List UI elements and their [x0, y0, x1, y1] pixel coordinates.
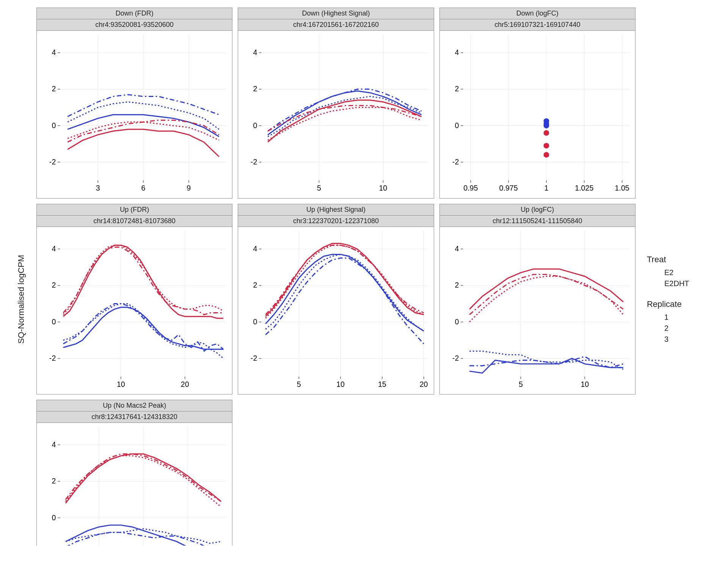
legend: Treat E2 E2DHT Replicate 1 2 3 [641, 8, 717, 546]
svg-text:15: 15 [378, 380, 386, 388]
facet-title: Up (logFC) [440, 204, 635, 216]
svg-text:6: 6 [141, 184, 146, 192]
series-E2-rep1 [268, 91, 422, 135]
panel-up-highest: Up (Highest Signal)chr3:122370201-122371… [238, 204, 434, 395]
svg-text:4: 4 [52, 48, 56, 56]
plot-area: -2024369 [37, 31, 232, 198]
plot-area: -20245101520 [238, 227, 433, 394]
svg-text:-2: -2 [452, 354, 459, 362]
svg-text:10: 10 [336, 380, 345, 388]
facet-title: Up (FDR) [37, 204, 232, 216]
panel-up-nomacs2: Up (No Macs2 Peak)chr8:124317641-1243183… [36, 400, 232, 546]
panel-down-fdr: Down (FDR)chr4:93520081-93520600-2024369 [36, 8, 232, 199]
series-E2DHT-rep2 [469, 276, 623, 322]
svg-text:0.95: 0.95 [463, 184, 478, 192]
facet-subtitle: chr12:111505241-111505840 [440, 216, 635, 227]
series-E2DHT-rep3 [469, 274, 623, 314]
point-E2DHT-rep1 [543, 130, 549, 136]
svg-text:0: 0 [253, 121, 257, 130]
svg-text:10: 10 [581, 380, 589, 388]
svg-text:5: 5 [519, 380, 523, 388]
legend-item-rep3: 3 [647, 335, 717, 344]
svg-text:20: 20 [181, 380, 189, 388]
series-E2-rep2 [63, 304, 223, 358]
legend-rep-title: Replicate [647, 299, 717, 309]
svg-text:1.05: 1.05 [615, 184, 629, 192]
panel-down-highest: Down (Highest Signal)chr4:167201561-1672… [238, 8, 434, 199]
panel-up-logfc: Up (logFC)chr12:111505241-111505840-2024… [439, 204, 635, 395]
svg-text:0: 0 [52, 317, 56, 325]
svg-text:4: 4 [455, 48, 459, 56]
svg-text:9: 9 [187, 184, 191, 192]
facet-subtitle: chr8:124317641-124318320 [37, 411, 232, 423]
series-E2-rep1 [63, 307, 223, 349]
y-axis-label: SQ-Normalised logCPM [11, 8, 31, 546]
plot-area: -20244812 [37, 423, 232, 546]
svg-text:2: 2 [455, 84, 459, 93]
svg-text:10: 10 [117, 380, 125, 388]
plot-area: -20241020 [37, 227, 232, 394]
facet-subtitle: chr4:93520081-93520600 [37, 19, 232, 31]
svg-text:1: 1 [544, 184, 548, 192]
svg-text:3: 3 [96, 184, 100, 192]
svg-text:5: 5 [297, 380, 301, 388]
svg-text:4: 4 [52, 244, 56, 253]
svg-text:4: 4 [253, 244, 257, 253]
plot-area: -2024510 [440, 227, 635, 394]
svg-text:10: 10 [379, 184, 388, 192]
legend-item-rep2: 2 [647, 324, 717, 333]
series-E2-rep1 [469, 358, 623, 373]
svg-text:2: 2 [253, 84, 257, 93]
svg-text:2: 2 [52, 281, 56, 289]
svg-text:4: 4 [253, 48, 257, 56]
svg-text:0: 0 [253, 317, 257, 325]
series-E2DHT-rep1 [268, 100, 422, 142]
panel-up-fdr: Up (FDR)chr14:81072481-81073680-20241020 [36, 204, 232, 395]
svg-text:0: 0 [455, 121, 459, 130]
svg-text:0.975: 0.975 [499, 184, 518, 192]
svg-text:-2: -2 [452, 158, 459, 166]
legend-item-e2: E2 [647, 268, 717, 277]
facet-subtitle: chr4:167201561-167202160 [238, 19, 433, 31]
svg-text:2: 2 [52, 477, 56, 485]
series-E2DHT-rep3 [63, 247, 223, 314]
svg-text:2: 2 [455, 281, 459, 289]
point-E2DHT-rep3 [543, 152, 549, 158]
svg-text:2: 2 [253, 281, 257, 289]
plot-area: -2024510 [238, 31, 433, 198]
series-E2DHT-rep2 [268, 107, 422, 140]
panel-down-logfc: Down (logFC)chr5:169107321-169107440-202… [439, 8, 635, 199]
facet-title: Down (logFC) [440, 8, 635, 19]
svg-text:20: 20 [420, 380, 428, 388]
facet-subtitle: chr5:169107321-169107440 [440, 19, 635, 31]
svg-text:4: 4 [455, 244, 459, 253]
svg-text:0: 0 [455, 317, 459, 325]
point-E2-rep3 [543, 123, 549, 128]
svg-text:-2: -2 [251, 158, 257, 166]
facet-title: Down (FDR) [37, 8, 232, 19]
svg-text:-2: -2 [251, 354, 257, 362]
svg-text:1.025: 1.025 [575, 184, 593, 192]
plot-area: -20240.950.97511.0251.05 [440, 31, 635, 198]
facet-subtitle: chr14:81072481-81073680 [37, 216, 232, 227]
svg-text:0: 0 [52, 121, 56, 130]
legend-item-e2dht: E2DHT [647, 279, 717, 288]
series-E2DHT-rep2 [63, 245, 223, 314]
legend-treat-title: Treat [647, 255, 717, 264]
series-E2-rep3 [63, 304, 223, 351]
facet-subtitle: chr3:122370201-122371080 [238, 216, 433, 227]
legend-item-rep1: 1 [647, 313, 717, 322]
facet-grid: SQ-Normalised logCPM Down (FDR)chr4:9352… [11, 8, 717, 538]
point-E2DHT-rep2 [543, 143, 549, 149]
svg-text:4: 4 [52, 441, 56, 449]
svg-text:5: 5 [317, 184, 321, 192]
svg-text:-2: -2 [49, 354, 56, 362]
facet-title: Up (No Macs2 Peak) [37, 400, 232, 411]
svg-text:-2: -2 [49, 158, 56, 166]
series-E2DHT-rep1 [266, 243, 424, 316]
series-E2-rep1 [266, 254, 424, 331]
facet-title: Up (Highest Signal) [238, 204, 433, 216]
svg-text:2: 2 [52, 84, 56, 93]
svg-text:0: 0 [52, 513, 56, 522]
facet-title: Down (Highest Signal) [238, 8, 433, 19]
